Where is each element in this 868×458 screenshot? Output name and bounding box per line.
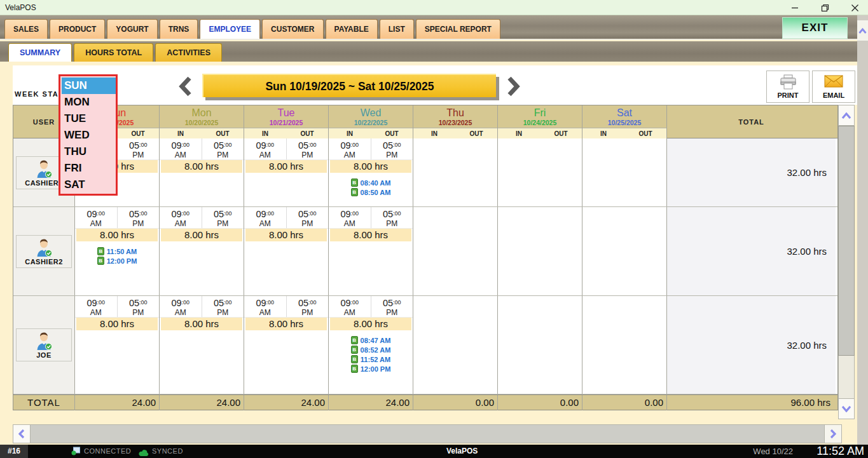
shift-cell[interactable]: 09:00AM05:00PM8.00 hrs <box>160 207 244 295</box>
day-header-mon: Mon10/20/2025INOUT <box>160 105 244 138</box>
table-row: JOE09:00AM05:00PM8.00 hrs09:00AM05:00PM8… <box>13 296 837 394</box>
shift-cell[interactable] <box>582 207 667 295</box>
shift-out-time: 05:00PM <box>117 138 160 159</box>
shift-cell[interactable] <box>582 138 667 206</box>
previous-week-button[interactable] <box>177 76 193 97</box>
close-icon[interactable] <box>848 1 861 14</box>
horizontal-scroll-track[interactable] <box>31 424 824 443</box>
next-week-button[interactable] <box>506 76 522 97</box>
shift-cell[interactable]: 09:00AM05:00PM8.00 hrs <box>329 207 413 295</box>
subtab-summary[interactable]: SUMMARY <box>8 43 72 62</box>
row-total: 32.00 hrs <box>667 138 836 206</box>
day-header-fri: Fri10/24/2025INOUT <box>498 105 582 138</box>
shift-in-time: 09:00AM <box>75 296 117 317</box>
user-button[interactable]: CASHIER2 <box>16 235 72 268</box>
shift-out-time: 05:00PM <box>286 138 329 159</box>
shift-cell[interactable] <box>413 207 498 295</box>
titlebar: VelaPOS <box>0 0 868 15</box>
week-option-tue[interactable]: TUE <box>62 111 116 127</box>
shift-hours: 8.00 hrs <box>245 160 327 173</box>
shift-in-time: 09:00AM <box>244 207 286 228</box>
day-date: 10/25/2025 <box>582 119 666 127</box>
shift-cell[interactable]: 09:00AM05:00PM8.00 hrsB08:40 AMB08:50 AM <box>329 138 413 206</box>
print-button[interactable]: PRINT <box>766 71 809 103</box>
scroll-left-icon[interactable] <box>13 424 31 443</box>
tab-special-report[interactable]: SPECIAL REPORT <box>416 19 500 39</box>
shift-cell[interactable] <box>498 138 582 206</box>
week-option-wed[interactable]: WED <box>62 127 116 144</box>
page-scrollbar[interactable] <box>857 15 868 445</box>
day-header-thu: Thu10/23/2025INOUT <box>413 105 498 138</box>
tab-customer[interactable]: CUSTOMER <box>262 19 323 39</box>
shift-out-time: 05:00PM <box>371 296 413 317</box>
shift-cell[interactable] <box>498 296 582 394</box>
shift-cell[interactable]: 09:00AM05:00PM8.00 hrs <box>244 138 329 206</box>
shift-out-time: 05:00PM <box>286 207 329 228</box>
break-time: 08:52 AM <box>361 346 391 354</box>
week-option-sat[interactable]: SAT <box>62 177 116 193</box>
tab-product[interactable]: PRODUCT <box>50 19 105 39</box>
grand-total: 96.00 hrs <box>667 395 836 410</box>
horizontal-scrollbar[interactable] <box>13 424 843 443</box>
shift-cell[interactable] <box>413 296 498 394</box>
tab-employee[interactable]: EMPLOYEE <box>200 19 260 39</box>
shift-in-time: 09:00AM <box>160 207 202 228</box>
out-column-label: OUT <box>624 128 666 138</box>
shift-cell[interactable]: 09:00AM05:00PM8.00 hrs <box>244 296 329 394</box>
week-option-fri[interactable]: FRI <box>62 160 116 177</box>
subtab-hours-total[interactable]: HOURS TOTAL <box>74 43 153 62</box>
exit-button[interactable]: EXIT <box>782 17 848 39</box>
shift-hours: 8.00 hrs <box>161 160 242 173</box>
page-scroll-up-icon[interactable] <box>857 20 868 41</box>
vertical-scroll-track[interactable] <box>838 356 855 398</box>
day-name: Mon <box>160 105 244 119</box>
break-icon: B <box>351 346 358 354</box>
shift-hours: 8.00 hrs <box>161 318 242 330</box>
tab-list[interactable]: LIST <box>380 19 414 39</box>
shift-cell[interactable]: 09:00AM05:00PM8.00 hrs <box>160 296 244 394</box>
statusbar-app-name: VelaPOS <box>446 445 478 458</box>
shift-cell[interactable] <box>498 207 582 295</box>
day-date: 10/22/2025 <box>329 119 413 127</box>
shift-cell[interactable]: 09:00AM05:00PM8.00 hrsB08:47 AMB08:52 AM… <box>329 296 413 394</box>
shift-hours: 8.00 hrs <box>330 229 411 241</box>
shift-cell[interactable]: 09:00AM05:00PM8.00 hrsB11:50 AMB12:00 PM <box>75 207 160 295</box>
shift-hours: 8.00 hrs <box>161 229 242 241</box>
scroll-down-icon[interactable] <box>838 398 855 419</box>
week-option-thu[interactable]: THU <box>62 144 116 160</box>
break-time: 12:00 PM <box>361 365 391 373</box>
in-column-label: IN <box>582 128 624 138</box>
subtab-activities[interactable]: ACTIVITIES <box>155 43 222 62</box>
vertical-scrollbar[interactable] <box>838 105 855 419</box>
restore-icon[interactable] <box>818 1 831 14</box>
shift-cell[interactable] <box>582 296 667 394</box>
shift-cell[interactable]: 09:00AM05:00PM8.00 hrs <box>160 138 244 206</box>
shift-time-row: 09:00AM05:00PM <box>244 207 328 229</box>
break-entry: B08:52 AM <box>351 346 391 354</box>
shift-cell[interactable]: 09:00AM05:00PM8.00 hrs <box>75 296 160 394</box>
break-icon: B <box>351 336 358 344</box>
shift-cell[interactable] <box>413 138 498 206</box>
scroll-right-icon[interactable] <box>824 424 842 443</box>
shift-time-row: 09:00AM05:00PM <box>160 296 244 318</box>
vertical-scroll-thumb[interactable] <box>838 126 855 356</box>
statusbar-time: 11:52 AM <box>816 445 864 458</box>
shift-cell[interactable]: 09:00AM05:00PM8.00 hrs <box>244 207 329 295</box>
week-option-mon[interactable]: MON <box>62 94 116 111</box>
week-option-sun[interactable]: SUN <box>62 77 116 94</box>
table-row: CASHIER209:00AM05:00PM8.00 hrsB11:50 AMB… <box>13 207 837 296</box>
shift-in-time: 09:00AM <box>329 296 371 317</box>
day-name: Wed <box>329 105 413 119</box>
sub-tab-bar: SUMMARYHOURS TOTALACTIVITIES <box>0 41 857 62</box>
scroll-up-icon[interactable] <box>838 105 855 126</box>
tab-yogurt[interactable]: YOGURT <box>107 19 157 39</box>
email-button[interactable]: EMAIL <box>812 71 855 103</box>
day-total: 24.00 <box>329 395 413 410</box>
tab-trns[interactable]: TRNS <box>160 19 198 39</box>
minimize-icon[interactable] <box>789 1 801 14</box>
out-column-label: OUT <box>371 128 413 138</box>
tab-sales[interactable]: SALES <box>4 19 48 39</box>
user-button[interactable]: JOE <box>16 328 72 361</box>
day-total: 24.00 <box>75 395 160 410</box>
tab-payable[interactable]: PAYABLE <box>326 19 378 39</box>
